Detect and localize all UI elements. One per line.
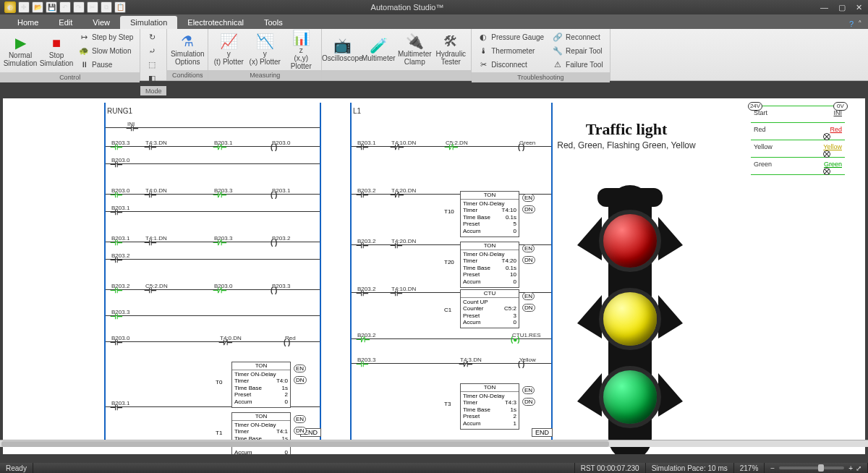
ladder-rung[interactable]: B203.2CTU1.RES⊣∕⊢(●) [352,338,551,339]
contact-symbol[interactable]: ⊣∕⊢ [356,336,370,344]
instruction-block-t20[interactable]: TONTimer ON-DelayTimerT4:20Time Base0.1s… [460,242,519,288]
contact-symbol[interactable]: ⊣∕⊢ [213,191,227,199]
contact-symbol[interactable]: ( ) [284,338,290,346]
instruction-block-t0[interactable]: TONTimer ON-DelayTimerT4:0Time Base1sPre… [231,362,291,408]
contact-symbol[interactable]: ⊣⊢ [110,208,123,216]
step-by-step-button[interactable]: ↦Step by Step [75,30,137,43]
instruction-block-t3[interactable]: TONTimer ON-DelayTimerT4:3Time Base1sPre… [460,383,519,430]
z-x-y-plotter-button[interactable]: 📊z(x,y) Plotter [284,31,318,69]
qat-cut-icon[interactable]: ✂ [87,1,98,13]
contact-symbol[interactable]: ⊣∕⊢ [213,286,227,294]
scroll-thumb[interactable] [1,441,609,447]
failure-tool-button[interactable]: ⚠Failure Tool [549,58,607,71]
contact-symbol[interactable]: ( ) [271,191,277,199]
ladder-rung[interactable]: B203.2⊣⊢ [106,259,320,260]
contact-symbol[interactable]: ⊣⊢ [110,338,123,346]
contact-symbol[interactable]: ⊣∕⊢ [213,239,227,247]
qat-paste-icon[interactable]: 📋 [114,1,126,13]
help-icon[interactable]: ? [849,20,854,29]
maximize-button[interactable]: ▢ [838,3,846,12]
ladder-rung[interactable]: B203.3T4:3.DNYellow⊣⊢⊣∕⊢( ) [352,363,551,364]
instruction-block-t10[interactable]: TONTimer ON-DelayTimerT4:10Time Base0.1s… [460,191,519,237]
icon-button[interactable]: ⬚ [143,58,163,71]
thermometer-button[interactable]: 🌡Thermometer [475,44,548,57]
reconnect-button[interactable]: 🔗Reconnect [549,30,607,43]
instruction-block-c1[interactable]: CTUCount UPCounterC5:2Preset3Accum0 [460,289,519,328]
qat-redo-icon[interactable]: ↷ [73,1,85,13]
contact-symbol[interactable]: ⊣⊢ [110,404,123,412]
contact-symbol[interactable]: ⊣⊢ [356,242,369,250]
y-x-plotter-button[interactable]: 📉y(x) Plotter [247,31,282,69]
pressure-gauge-button[interactable]: ◐Pressure Gauge [475,30,548,43]
contact-symbol[interactable]: ⊣⊢ [110,256,123,264]
zoom-out-icon[interactable]: − [770,464,775,472]
contact-symbol[interactable]: ⊣∕⊢ [390,143,404,151]
qat-save-icon[interactable]: 💾 [46,1,57,13]
ladder-rung[interactable]: B203.0⊣⊢ [106,163,320,164]
contact-symbol[interactable]: ⊣⊢ [110,312,123,320]
close-button[interactable]: ✕ [856,3,862,12]
ladder-rung[interactable]: B203.2T4:10.DN⊣⊢⊣⊢ [352,292,551,293]
ladder-rung[interactable]: B203.2T4:20.DN⊣⊢⊣∕⊢ [352,194,551,195]
contact-symbol[interactable]: ⊣∕⊢ [459,360,473,368]
contact-symbol[interactable]: ⊣∕⊢ [213,143,227,151]
qat-new-icon[interactable]: ✚ [18,1,30,13]
zoom-slider[interactable]: − + ⤢ [765,463,868,473]
contact-symbol[interactable]: ⊣⊢ [110,239,123,247]
contact-symbol[interactable]: ⊣⊢ [390,242,403,250]
drawing-canvas[interactable]: RUNG1 END INI⊣⊢B203.3T4:3.DNB203.1B203.0… [3,98,865,454]
zoom-knob[interactable] [818,464,824,472]
ladder-rung[interactable]: B203.2C5:2.DNB203.0B203.3⊣⊢⊣⊢⊣∕⊢( ) [106,289,320,290]
hydraulic-tester-button[interactable]: 🛠HydraulicTester [433,31,468,69]
ladder-rung[interactable]: B203.3⊣⊢ [106,315,320,316]
contact-symbol[interactable]: ⊣⊢ [144,191,157,199]
contact-symbol[interactable]: ( ) [271,239,277,247]
contact-symbol[interactable]: ( ) [518,360,524,368]
pause-button[interactable]: ⏸Pause [75,58,137,71]
contact-symbol[interactable]: ⊣⊢ [356,360,369,368]
contact-symbol[interactable]: ⊣⊢ [356,289,369,297]
zoom-in-icon[interactable]: + [848,464,853,472]
horizontal-scrollbar[interactable] [0,440,868,447]
ladder-rung[interactable]: B203.2T4:20.DN⊣⊢⊣⊢ [352,244,551,245]
stop-simulation-button[interactable]: ■StopSimulation [39,32,74,69]
contact-symbol[interactable]: (●) [511,336,520,344]
contact-symbol[interactable]: ⊣∕⊢ [390,191,404,199]
app-logo-icon[interactable]: ◐ [4,1,16,13]
ladder-rung[interactable]: B203.0T4:0.DNB203.3B203.1⊣⊢⊣⊢⊣∕⊢( ) [106,194,320,195]
tab-view[interactable]: View [82,16,120,29]
ladder-rung[interactable]: B203.0T4:0.DNRed⊣⊢⊣∕⊢( ) [106,341,320,342]
minimize-button[interactable]: — [820,3,828,12]
icon-button[interactable]: ↻ [143,30,163,43]
icon-button[interactable]: ◧ [143,72,163,85]
simulation-options-button[interactable]: ⚗SimulationOptions [170,31,205,69]
contact-symbol[interactable]: ⊣⊢ [110,191,123,199]
contact-symbol[interactable]: ⊣⊢ [110,143,123,151]
zoom-fit-icon[interactable]: ⤢ [856,464,861,472]
repair-tool-button[interactable]: 🔧Repair Tool [549,44,607,57]
contact-symbol[interactable]: ⊣⊢ [144,239,157,247]
contact-symbol[interactable]: ( ) [518,143,524,151]
contact-symbol[interactable]: ⊣⊢ [356,143,369,151]
contact-symbol[interactable]: ⊣∕⊢ [444,143,459,151]
contact-symbol[interactable]: ⊣⊢ [110,286,123,294]
slow-motion-button[interactable]: 🐢Slow Motion [75,44,137,57]
tab-tools[interactable]: Tools [254,16,293,29]
ladder-rung[interactable]: INI⊣⊢ [106,127,320,128]
oscilloscope-button[interactable]: 📺Oscilloscope [325,31,359,69]
ribbon-collapse-icon[interactable]: ˄ [858,20,862,29]
ladder-rung[interactable]: B203.1T4:10.DNC5:2.DNGreen⊣⊢⊣∕⊢⊣∕⊢( ) [352,146,551,147]
contact-symbol[interactable]: ( ) [271,143,277,151]
contact-symbol[interactable]: ⊣∕⊢ [218,338,233,346]
multimeter-clamp-button[interactable]: 🔌MultimeterClamp [397,31,432,69]
disconnect-button[interactable]: ✂Disconnect [475,58,548,71]
normal-simulation-button[interactable]: ▶NormalSimulation [3,32,38,69]
tab-simulation[interactable]: Simulation [120,16,177,29]
contact-symbol[interactable]: ⊣⊢ [126,124,139,132]
tab-electrotechnical[interactable]: Electrotechnical [177,16,254,29]
qat-undo-icon[interactable]: ↶ [59,1,71,13]
ladder-rung[interactable]: B203.1⊣⊢ [106,211,320,212]
contact-symbol[interactable]: ( ) [271,286,277,294]
y-t-plotter-button[interactable]: 📈y(t) Plotter [211,31,246,69]
icon-button[interactable]: ⤾ [143,44,163,57]
